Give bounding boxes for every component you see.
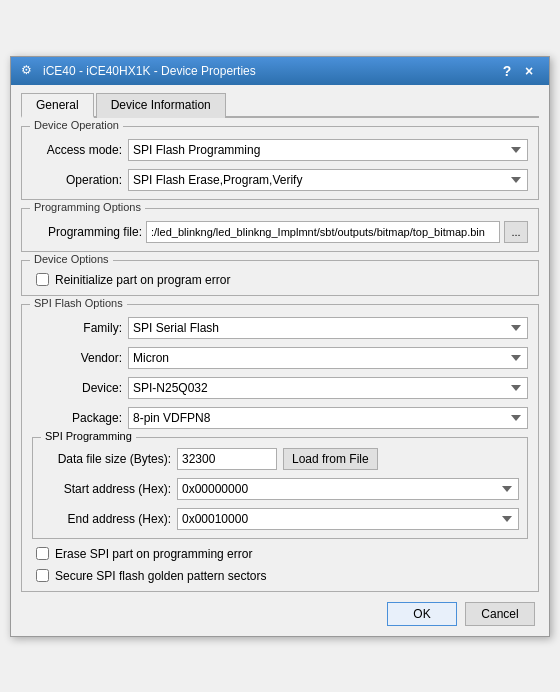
erase-spi-checkbox[interactable] [36,547,49,560]
programming-file-label: Programming file: [32,225,142,239]
start-address-row: Start address (Hex): 0x00000000 [41,478,519,500]
title-bar-left: ⚙ iCE40 - iCE40HX1K - Device Properties [21,63,256,79]
device-row: Device: SPI-N25Q032 [32,377,528,399]
device-select[interactable]: SPI-N25Q032 [128,377,528,399]
secure-checkbox[interactable] [36,569,49,582]
start-address-select[interactable]: 0x00000000 [177,478,519,500]
erase-spi-row: Erase SPI part on programming error [32,547,528,561]
title-bar-buttons: ? × [497,61,539,81]
title-bar: ⚙ iCE40 - iCE40HX1K - Device Properties … [11,57,549,85]
spi-flash-options-group: SPI Flash Options Family: SPI Serial Fla… [21,304,539,592]
spi-programming-group: SPI Programming Data file size (Bytes): … [32,437,528,539]
family-row: Family: SPI Serial Flash [32,317,528,339]
data-file-size-row: Data file size (Bytes): Load from File [41,448,519,470]
load-from-file-button[interactable]: Load from File [283,448,378,470]
dialog-title: iCE40 - iCE40HX1K - Device Properties [43,64,256,78]
programming-file-row: Programming file: ... [32,221,528,243]
vendor-row: Vendor: Micron [32,347,528,369]
cancel-button[interactable]: Cancel [465,602,535,626]
tab-general[interactable]: General [21,93,94,118]
data-file-size-input[interactable] [177,448,277,470]
spi-programming-label: SPI Programming [41,430,136,442]
family-select[interactable]: SPI Serial Flash [128,317,528,339]
start-address-label: Start address (Hex): [41,482,171,496]
dialog-content: General Device Information Device Operat… [11,85,549,636]
spi-flash-options-label: SPI Flash Options [30,297,127,309]
app-icon: ⚙ [21,63,37,79]
access-mode-select[interactable]: SPI Flash Programming [128,139,528,161]
data-file-size-label: Data file size (Bytes): [41,452,171,466]
browse-button[interactable]: ... [504,221,528,243]
device-options-group: Device Options Reinitialize part on prog… [21,260,539,296]
close-button[interactable]: × [519,61,539,81]
device-operation-group: Device Operation Access mode: SPI Flash … [21,126,539,200]
reinitialize-checkbox[interactable] [36,273,49,286]
operation-row: Operation: SPI Flash Erase,Program,Verif… [32,169,528,191]
operation-select[interactable]: SPI Flash Erase,Program,Verify [128,169,528,191]
vendor-label: Vendor: [32,351,122,365]
reinitialize-label: Reinitialize part on program error [55,273,230,287]
help-button[interactable]: ? [497,61,517,81]
programming-file-input[interactable] [146,221,500,243]
tab-bar: General Device Information [21,91,539,118]
programming-options-label: Programming Options [30,201,145,213]
tab-device-information[interactable]: Device Information [96,93,226,118]
ok-button[interactable]: OK [387,602,457,626]
device-label: Device: [32,381,122,395]
operation-label: Operation: [32,173,122,187]
access-mode-row: Access mode: SPI Flash Programming [32,139,528,161]
programming-options-group: Programming Options Programming file: ..… [21,208,539,252]
secure-row: Secure SPI flash golden pattern sectors [32,569,528,583]
end-address-row: End address (Hex): 0x00010000 [41,508,519,530]
package-select[interactable]: 8-pin VDFPN8 [128,407,528,429]
device-operation-label: Device Operation [30,119,123,131]
secure-label: Secure SPI flash golden pattern sectors [55,569,266,583]
dialog-window: ⚙ iCE40 - iCE40HX1K - Device Properties … [10,56,550,637]
access-mode-label: Access mode: [32,143,122,157]
device-options-label: Device Options [30,253,113,265]
end-address-select[interactable]: 0x00010000 [177,508,519,530]
package-row: Package: 8-pin VDFPN8 [32,407,528,429]
button-row: OK Cancel [21,602,539,626]
end-address-label: End address (Hex): [41,512,171,526]
vendor-select[interactable]: Micron [128,347,528,369]
package-label: Package: [32,411,122,425]
reinitialize-row: Reinitialize part on program error [32,273,528,287]
family-label: Family: [32,321,122,335]
erase-spi-label: Erase SPI part on programming error [55,547,252,561]
